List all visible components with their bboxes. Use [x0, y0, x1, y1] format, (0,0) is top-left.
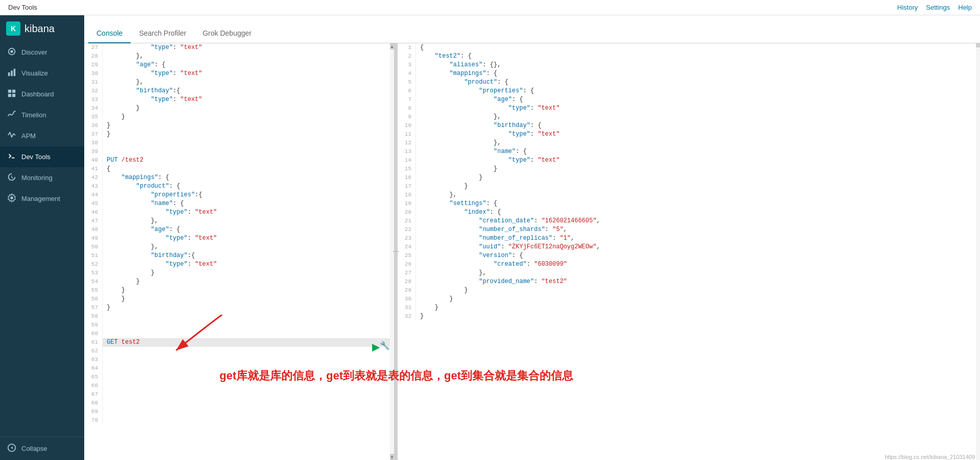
sidebar-item-discover[interactable]: Discover [0, 42, 84, 63]
line-number: 32 [398, 312, 416, 321]
line-content: "properties": { [416, 87, 534, 95]
line-number: 43 [84, 182, 103, 191]
line-number: 31 [84, 78, 103, 87]
line-number: 15 [398, 165, 416, 173]
svg-rect-5 [8, 90, 11, 93]
line-content [103, 321, 107, 329]
line-content: "uuid": "ZKYjFc6ET12naQoyg2WEOw", [416, 243, 600, 251]
tab-grok-debugger[interactable]: Grok Debugger [194, 24, 260, 43]
line-number: 55 [84, 286, 103, 295]
table-row: 29 "age": { [84, 61, 394, 69]
line-number: 16 [398, 173, 416, 182]
sidebar-logo[interactable]: K kibana [0, 15, 84, 42]
line-number: 41 [84, 165, 103, 173]
sidebar-item-monitoring[interactable]: Monitoring [0, 167, 84, 188]
table-row: 61GET test2 [84, 338, 394, 347]
line-content [103, 407, 107, 416]
line-number: 60 [84, 329, 103, 338]
line-content: } [103, 295, 125, 303]
line-number: 51 [84, 251, 103, 260]
scroll-up-arrow[interactable]: ▲ [390, 43, 394, 49]
line-content: }, [103, 78, 143, 87]
line-number: 6 [398, 87, 416, 95]
left-code-editor[interactable]: 27 "type": "text"28 },29 "age": {30 "typ… [84, 43, 394, 460]
line-number: 37 [84, 130, 103, 139]
line-content: } [103, 269, 155, 277]
devtools-icon [7, 151, 16, 162]
right-scroll-thumb [976, 43, 980, 47]
line-content: "type": "text" [103, 208, 217, 217]
line-content: "age": { [416, 95, 523, 104]
svg-rect-4 [14, 69, 16, 76]
line-content: } [103, 130, 110, 139]
line-number: 69 [84, 407, 103, 416]
table-row: 21 "creation_date": "1626021466605", [398, 217, 980, 225]
table-row: 30 } [398, 295, 980, 303]
line-content [103, 373, 107, 381]
line-number: 3 [398, 61, 416, 69]
line-number: 46 [84, 208, 103, 217]
sidebar-item-timelion[interactable]: Timelion [0, 105, 84, 125]
table-row: 8 "type": "text" [398, 104, 980, 113]
table-row: 32 "birthday":{ [84, 87, 394, 95]
table-row: 7 "age": { [398, 95, 980, 104]
line-number: 11 [398, 130, 416, 139]
panel-divider[interactable]: ⋮ [395, 43, 398, 460]
line-number: 47 [84, 217, 103, 225]
svg-point-1 [10, 50, 13, 53]
line-content: }, [103, 217, 158, 225]
sidebar-collapse-button[interactable]: Collapse [0, 437, 84, 460]
table-row: 16 } [398, 173, 980, 182]
line-content [103, 399, 107, 407]
table-row: 28 }, [84, 52, 394, 61]
table-row: 53 } [84, 269, 394, 277]
table-row: 33 "type": "text" [84, 95, 394, 104]
line-content: }, [416, 139, 501, 147]
svg-rect-3 [11, 70, 13, 76]
table-row: 17 } [398, 182, 980, 191]
line-number: 50 [84, 243, 103, 251]
sidebar-label-visualize: Visualize [21, 69, 48, 77]
sidebar-item-apm[interactable]: APM [0, 125, 84, 146]
wrench-button[interactable]: 🔧 [380, 341, 390, 350]
table-row: 50 }, [84, 243, 394, 251]
line-number: 2 [398, 52, 416, 61]
line-number: 40 [84, 156, 103, 165]
help-link[interactable]: Help [958, 4, 972, 11]
right-code-editor[interactable]: 1{2 "test2": {3 "aliases": {},4 "mapping… [398, 43, 980, 460]
line-content: "type": "text" [103, 260, 217, 269]
settings-link[interactable]: Settings [926, 4, 950, 11]
table-row: 41{ [84, 165, 394, 173]
topbar-actions: History Settings Help [897, 4, 972, 11]
line-number: 12 [398, 139, 416, 147]
table-row: 15 } [398, 165, 980, 173]
line-content: }, [103, 52, 143, 61]
sidebar-item-management[interactable]: Management [0, 188, 84, 209]
run-button[interactable]: ▶ [372, 341, 380, 346]
table-row: 55 } [84, 286, 394, 295]
table-row: 42 "mappings": { [84, 173, 394, 182]
tabs-bar: Console Search Profiler Grok Debugger [84, 15, 980, 43]
sidebar-item-devtools[interactable]: Dev Tools [0, 146, 84, 167]
line-number: 19 [398, 199, 416, 208]
svg-rect-2 [8, 72, 10, 76]
table-row: 18 }, [398, 191, 980, 199]
scroll-down-arrow[interactable]: ▼ [390, 454, 394, 460]
table-row: 20 "index": { [398, 208, 980, 217]
svg-rect-6 [12, 90, 15, 93]
line-number: 42 [84, 173, 103, 182]
sidebar-label-devtools: Dev Tools [21, 153, 51, 161]
collapse-icon [7, 443, 16, 454]
history-link[interactable]: History [897, 4, 918, 11]
tab-console[interactable]: Console [88, 24, 131, 43]
table-row: 68 [84, 399, 394, 407]
line-content: }, [416, 191, 457, 199]
discover-icon [7, 47, 16, 58]
sidebar-item-dashboard[interactable]: Dashboard [0, 84, 84, 105]
right-editor-panel: 1{2 "test2": {3 "aliases": {},4 "mapping… [398, 43, 980, 460]
tab-search-profiler[interactable]: Search Profiler [131, 24, 194, 43]
sidebar-label-dashboard: Dashboard [21, 90, 54, 98]
line-content: "created": "6030099" [416, 260, 567, 269]
sidebar-item-visualize[interactable]: Visualize [0, 63, 84, 84]
table-row: 28 "provided_name": "test2" [398, 277, 980, 286]
